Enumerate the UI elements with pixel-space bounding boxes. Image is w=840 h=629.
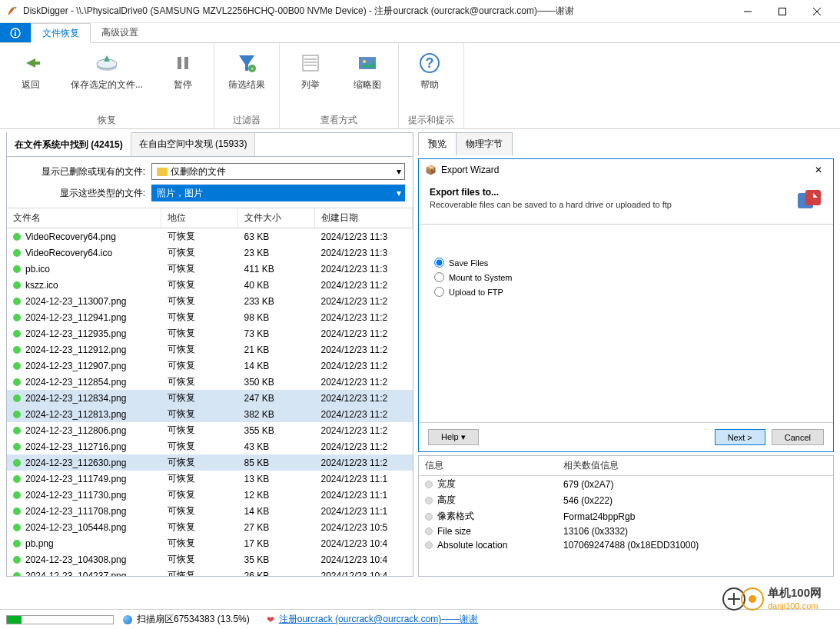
close-button[interactable] — [799, 0, 834, 23]
list-view-button[interactable]: 列举 — [289, 48, 332, 111]
status-dot-icon — [13, 330, 21, 338]
table-row[interactable]: kszz.ico可恢复40 KB2024/12/23 11:2 — [7, 277, 413, 293]
maximize-button[interactable] — [765, 0, 799, 23]
tab-filesystem-found[interactable]: 在文件系统中找到 (42415) — [7, 132, 131, 156]
table-row[interactable]: 2024-12-23_112806.png可恢复355 KB2024/12/23… — [7, 422, 413, 438]
save-selected-button[interactable]: 保存选定的文件... — [66, 48, 148, 111]
bullet-icon — [425, 541, 433, 549]
filter-deleted-select[interactable]: 仅删除的文件▾ — [151, 163, 405, 180]
thumbnail-view-button[interactable]: 缩略图 — [346, 48, 389, 111]
table-row[interactable]: 2024-12-23_104308.png可恢复35 KB2024/12/23 … — [7, 551, 413, 567]
radio-mount-system[interactable]: Mount to System — [434, 270, 818, 285]
help-icon: ? — [417, 51, 442, 75]
image-icon — [355, 51, 380, 75]
file-table[interactable]: 文件名 地位 文件大小 创建日期 VideoRecovery64.png可恢复6… — [7, 208, 413, 576]
table-row[interactable]: 2024-12-23_112912.png可恢复21 KB2024/12/23 … — [7, 341, 413, 358]
info-button[interactable] — [0, 23, 31, 42]
table-row[interactable]: 2024-12-23_112907.png可恢复14 KB2024/12/23 … — [7, 358, 413, 374]
table-row[interactable]: 2024-12-23_112935.png可恢复73 KB2024/12/23 … — [7, 325, 413, 341]
table-row[interactable]: 2024-12-23_113007.png可恢复233 KB2024/12/23… — [7, 293, 413, 309]
export-icon — [795, 187, 822, 215]
table-row[interactable]: VideoRecovery64.ico可恢复23 KB2024/12/23 11… — [7, 245, 413, 261]
status-dot-icon — [13, 394, 21, 402]
info-panel: 信息 相关数值信息 宽度679 (0x2A7)高度546 (0x222)像素格式… — [418, 455, 834, 577]
svg-text:单机100网: 单机100网 — [767, 586, 822, 599]
pause-icon — [171, 51, 195, 75]
status-dot-icon — [13, 524, 21, 531]
filter-deleted-label: 显示已删除或现有的文件: — [15, 165, 145, 178]
table-row[interactable]: pb.png可恢复17 KB2024/12/23 10:4 — [7, 535, 413, 551]
tab-file-recovery[interactable]: 文件恢复 — [31, 23, 91, 43]
svg-point-28 — [742, 588, 763, 610]
drive-icon — [95, 51, 119, 75]
wizard-title: Export Wizard — [441, 165, 810, 175]
table-row[interactable]: 2024-12-23_111730.png可恢复12 KB2024/12/23 … — [7, 487, 413, 503]
app-icon — [6, 5, 18, 18]
wizard-next-button[interactable]: Next > — [715, 429, 765, 445]
wizard-help-button[interactable]: Help ▾ — [428, 429, 479, 445]
info-row: 高度546 (0x222) — [419, 492, 833, 508]
back-button[interactable]: 返回 — [9, 48, 52, 111]
status-dot-icon — [13, 540, 21, 547]
pause-button[interactable]: 暂停 — [161, 48, 204, 111]
svg-rect-2 — [779, 8, 785, 15]
svg-point-20 — [363, 60, 366, 63]
bullet-icon — [425, 513, 433, 521]
tab-freespace-found[interactable]: 在自由空间中发现 (15933) — [131, 133, 256, 156]
filter-results-button[interactable]: + 筛选结果 — [224, 48, 270, 111]
table-row[interactable]: 2024-12-23_105448.png可恢复27 KB2024/12/23 … — [7, 519, 413, 535]
wizard-icon: 📦 — [425, 165, 437, 175]
info-row: 像素格式Format24bppRgb — [419, 508, 833, 524]
filter-type-select[interactable]: 照片，图片▾ — [151, 185, 405, 201]
menubar: 文件恢复 高级设置 — [0, 23, 840, 43]
status-dot-icon — [13, 298, 21, 305]
status-dot-icon — [13, 556, 21, 564]
status-dot-icon — [13, 491, 21, 499]
help-button[interactable]: ? 帮助 — [408, 48, 451, 111]
col-date[interactable]: 创建日期 — [314, 208, 413, 228]
svg-point-6 — [15, 30, 16, 32]
folder-icon — [157, 168, 168, 176]
heart-icon: ❤ — [267, 614, 274, 625]
group-label: 提示和提示 — [408, 111, 454, 127]
globe-icon — [123, 615, 132, 624]
minimize-button[interactable] — [730, 0, 765, 23]
svg-rect-12 — [184, 57, 188, 69]
status-dot-icon — [13, 233, 21, 241]
table-row[interactable]: 2024-12-23_112854.png可恢复350 KB2024/12/23… — [7, 374, 413, 390]
table-row[interactable]: 2024-12-23_112813.png可恢复382 KB2024/12/23… — [7, 406, 413, 422]
wizard-close-button[interactable]: ✕ — [810, 165, 827, 175]
info-row: 宽度679 (0x2A7) — [419, 476, 833, 492]
table-row[interactable]: 2024-12-23_112716.png可恢复43 KB2024/12/23 … — [7, 438, 413, 454]
tab-bytes[interactable]: 物理字节 — [456, 132, 513, 155]
group-label: 查看方式 — [289, 111, 389, 127]
wizard-cancel-button[interactable]: Cancel — [772, 429, 824, 445]
scan-status-text: 扫描扇区67534383 (13.5%) — [137, 613, 250, 626]
svg-rect-7 — [15, 32, 16, 36]
tab-advanced-settings[interactable]: 高级设置 — [91, 23, 149, 42]
svg-rect-15 — [303, 55, 318, 71]
svg-point-0 — [15, 6, 17, 8]
status-dot-icon — [13, 314, 21, 321]
table-row[interactable]: 2024-12-23_111749.png可恢复13 KB2024/12/23 … — [7, 471, 413, 487]
register-link[interactable]: 注册ourcrack (ourcrack@ourcrack.com)——谢谢 — [279, 613, 479, 626]
tab-preview[interactable]: 预览 — [418, 132, 457, 155]
table-row[interactable]: 2024-12-23_104237.png可恢复26 KB2024/12/23 … — [7, 567, 413, 576]
export-wizard-dialog: 📦 Export Wizard ✕ Export files to... Rec… — [418, 158, 834, 452]
info-col-value: 相关数值信息 — [563, 459, 619, 472]
col-size[interactable]: 文件大小 — [237, 208, 314, 228]
table-row[interactable]: 2024-12-23_112941.png可恢复98 KB2024/12/23 … — [7, 309, 413, 325]
radio-upload-ftp[interactable]: Upload to FTP — [434, 285, 818, 299]
col-status[interactable]: 地位 — [161, 208, 237, 228]
status-dot-icon — [13, 475, 21, 483]
radio-save-files[interactable]: Save Files — [434, 255, 818, 270]
status-dot-icon — [13, 508, 21, 515]
table-row[interactable]: pb.ico可恢复411 KB2024/12/23 11:3 — [7, 261, 413, 277]
table-row[interactable]: 2024-12-23_112630.png可恢复85 KB2024/12/23 … — [7, 454, 413, 471]
table-row[interactable]: 2024-12-23_111708.png可恢复14 KB2024/12/23 … — [7, 503, 413, 519]
col-filename[interactable]: 文件名 — [7, 208, 161, 228]
status-dot-icon — [13, 346, 21, 354]
info-col-key: 信息 — [425, 459, 563, 472]
table-row[interactable]: VideoRecovery64.png可恢复63 KB2024/12/23 11… — [7, 228, 413, 245]
table-row[interactable]: 2024-12-23_112834.png可恢复247 KB2024/12/23… — [7, 390, 413, 406]
